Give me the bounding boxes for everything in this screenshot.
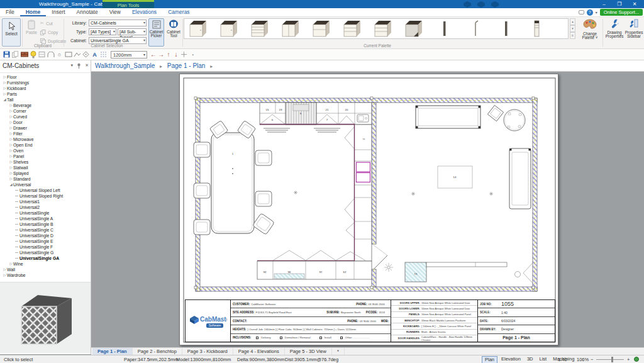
dimension-tool-icon[interactable]: [82, 51, 90, 59]
drawing-canvas[interactable]: 1519212069722636162351114 CabMaster Soft…: [91, 72, 644, 347]
tree-collapsed-icon[interactable]: ▷: [3, 80, 7, 86]
context-tab-plan-tools[interactable]: Plan Tools: [103, 0, 154, 8]
sidebar-pin-icon[interactable]: [77, 63, 81, 69]
page-tab-page-5-3d-view[interactable]: Page 5 - 3D View: [285, 348, 332, 355]
tree-collapsed-icon[interactable]: ▷: [9, 125, 13, 131]
light-tool-icon[interactable]: [29, 51, 37, 59]
online-support-button[interactable]: Online Support...: [600, 9, 643, 16]
tree-item-standard[interactable]: ▷Standard: [0, 176, 91, 182]
grid-tool-icon[interactable]: [99, 51, 108, 59]
text-tool-icon[interactable]: A: [91, 51, 99, 59]
menu-tab-home[interactable]: Home: [20, 8, 47, 16]
arch-tool-icon[interactable]: [47, 51, 55, 59]
tree-collapsed-icon[interactable]: ▷: [9, 154, 13, 159]
sidebar-dropdown-icon[interactable]: ▾: [71, 63, 74, 69]
palette-item-drawers3-6[interactable]: [341, 19, 364, 38]
tree-item-universalsingle-g[interactable]: UniversalSingle G: [0, 250, 91, 255]
inclusion-checkbox-2[interactable]: [280, 337, 282, 339]
tree-item-wall[interactable]: ▷Wall: [0, 267, 91, 272]
tree-item-universal[interactable]: ◢Universal: [0, 182, 91, 187]
view-mode-elevation[interactable]: Elevation: [499, 356, 523, 363]
view-mode-plan[interactable]: Plan: [482, 356, 497, 363]
toolbar-overflow-icon[interactable]: ▪: [189, 51, 197, 59]
tree-item-wine[interactable]: ▷Wine: [0, 261, 91, 267]
tree-item-universalsingle-d[interactable]: UniversalSingle D: [0, 233, 91, 238]
drawing-sheet[interactable]: 1519212069722636162351114 CabMaster Soft…: [179, 74, 558, 345]
nudge-down-icon[interactable]: ↓: [172, 51, 180, 58]
palette-item-panel-11[interactable]: [495, 19, 518, 38]
tree-collapsed-icon[interactable]: ▷: [9, 131, 13, 137]
subtype-dropdown[interactable]: [All Sub-Types]▾: [118, 28, 147, 35]
help-caret-icon[interactable]: ▾: [596, 10, 597, 14]
tree-item-parts[interactable]: ▷Parts: [0, 91, 91, 97]
inclusion-checkbox-4[interactable]: [340, 337, 343, 339]
tree-item-corner[interactable]: ▷Corner: [0, 108, 91, 114]
select-tool-button[interactable]: Select: [2, 18, 21, 47]
paste-button[interactable]: Paste: [24, 20, 39, 45]
breadcrumb-page[interactable]: Page 1 - Plan: [167, 62, 206, 69]
menu-tab-view[interactable]: View: [104, 8, 126, 16]
palette-item-corner-open-8[interactable]: [402, 19, 425, 38]
nudge-up-icon[interactable]: ↑: [165, 51, 172, 58]
properties-sidebar-button[interactable]: Properties Sidebar: [625, 18, 643, 47]
type-dropdown[interactable]: [All Types]▾: [89, 28, 116, 35]
palette-item-panel-hook-10[interactable]: [464, 19, 487, 38]
menu-tab-annotate[interactable]: Annotate: [71, 8, 104, 16]
tree-item-beverage[interactable]: ▷Beverage: [0, 103, 91, 108]
nudge-right-icon[interactable]: →: [157, 51, 165, 58]
nudge-left-icon[interactable]: ←: [150, 51, 157, 58]
change-palette-button[interactable]: Change Palette ˅: [577, 18, 602, 47]
tree-collapsed-icon[interactable]: ▷: [9, 176, 13, 182]
tree-item-universal-sloped-left[interactable]: Universal Sloped Left: [0, 187, 91, 193]
page-tab-page-2-benchtop[interactable]: Page 2 - Benchtop: [133, 348, 182, 355]
tree-collapsed-icon[interactable]: ▷: [9, 108, 13, 114]
zoom-slider[interactable]: [596, 359, 624, 360]
tree-item-splayed[interactable]: ▷Splayed: [0, 170, 91, 176]
save-icon[interactable]: [3, 51, 11, 59]
sidebar-close-icon[interactable]: ✕: [85, 63, 89, 69]
tree-collapsed-icon[interactable]: ▷: [3, 74, 7, 80]
panel-tool-icon[interactable]: [38, 51, 46, 59]
page-tab-page-4-elevations[interactable]: Page 4 - Elevations: [233, 348, 285, 355]
rectangle-tool-icon[interactable]: [64, 51, 72, 59]
tree-item-shelves[interactable]: ▷Shelves: [0, 159, 91, 165]
page-tab-page-1-plan[interactable]: Page 1 - Plan: [92, 348, 133, 355]
palette-item-panel-9[interactable]: [433, 19, 456, 38]
tree-collapsed-icon[interactable]: ▷: [3, 272, 7, 278]
palette-item-door-narrow-2[interactable]: [218, 19, 240, 38]
zoom-slider-thumb[interactable]: [611, 357, 613, 362]
wall-tool-icon[interactable]: [20, 51, 28, 59]
palette-item-drawers3-7[interactable]: [372, 19, 394, 38]
tree-item-universalsingle-ga[interactable]: UniversalSingle GA: [0, 255, 91, 261]
page-tab--[interactable]: *: [332, 348, 345, 355]
feedback-bubble-icon[interactable]: [579, 10, 584, 14]
tree-collapsed-icon[interactable]: ▷: [9, 170, 13, 176]
palette-item-drawers2-5[interactable]: [310, 19, 333, 38]
cabinet-picker-button[interactable]: Cabinet Picker: [148, 18, 164, 47]
tree-collapsed-icon[interactable]: ▷: [9, 261, 13, 267]
inclusion-checkbox-1[interactable]: [256, 337, 258, 339]
tree-item-universalsingle-b[interactable]: UniversalSingle B: [0, 221, 91, 227]
zoom-in-icon[interactable]: +: [627, 357, 630, 362]
tree-collapsed-icon[interactable]: ▷: [9, 103, 13, 108]
tree-collapsed-icon[interactable]: ▷: [3, 86, 7, 91]
tree-item-oven[interactable]: ▷Oven: [0, 148, 91, 154]
tree-collapsed-icon[interactable]: ▷: [3, 91, 7, 97]
tree-item-universalsingle-f[interactable]: UniversalSingle F: [0, 244, 91, 250]
tree-collapsed-icon[interactable]: ▷: [9, 114, 13, 120]
view-mode-list[interactable]: List: [536, 356, 549, 363]
tree-item-filler[interactable]: ▷Filler: [0, 131, 91, 137]
tree-collapsed-icon[interactable]: ▷: [9, 148, 13, 154]
copy-page-icon[interactable]: [11, 51, 19, 59]
copy-button[interactable]: Copy: [40, 30, 58, 35]
tree-item-microwave[interactable]: ▷Microwave: [0, 137, 91, 142]
tree-item-door[interactable]: ▷Door: [0, 120, 91, 125]
tree-expanded-icon[interactable]: ◢: [3, 97, 7, 103]
tree-item-universalsingle[interactable]: UniversalSingle: [0, 210, 91, 216]
menu-tab-insert[interactable]: Insert: [46, 8, 70, 16]
palette-scroll-buttons[interactable]: ▴▾≡: [570, 18, 575, 39]
tree-item-universal-sloped-right[interactable]: Universal Sloped Right: [0, 193, 91, 199]
minimize-button[interactable]: –: [597, 0, 611, 8]
tree-collapsed-icon[interactable]: ▷: [9, 159, 13, 165]
breadcrumb-document[interactable]: Walkthrough_Sample: [95, 62, 155, 69]
